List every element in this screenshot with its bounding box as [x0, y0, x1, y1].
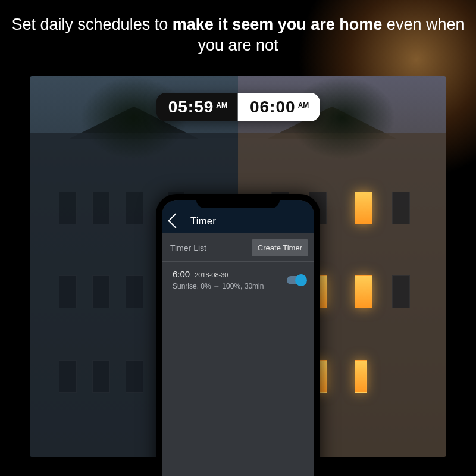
timer-item-time: 6:00: [173, 269, 190, 279]
marketing-headline: Set daily schedules to make it seem you …: [0, 14, 476, 56]
timer-item-time-row: 6:00 2018-08-30: [173, 269, 306, 279]
time-after: 06:00 AM: [238, 93, 320, 121]
phone-notch: [196, 194, 280, 208]
toggle-knob-icon: [295, 274, 307, 286]
timer-item[interactable]: 6:00 2018-08-30 Sunrise, 0% → 100%, 30mi…: [162, 262, 314, 299]
timer-list-header: Timer List Create Timer: [162, 233, 314, 262]
time-before: 05:59 AM: [156, 93, 238, 121]
time-after-period: AM: [298, 101, 309, 109]
timer-toggle[interactable]: [287, 276, 306, 284]
app-title: Timer: [190, 215, 216, 227]
phone-mockup: Timer Timer List Create Timer 6:00 2018-…: [156, 194, 320, 476]
time-before-value: 05:59: [168, 98, 214, 117]
time-comparison-pill: 05:59 AM 06:00 AM: [156, 93, 320, 121]
time-before-period: AM: [216, 101, 227, 109]
headline-part1: Set daily schedules to: [12, 15, 173, 33]
create-timer-button[interactable]: Create Timer: [252, 239, 308, 256]
timer-item-date: 2018-08-30: [195, 271, 228, 278]
time-after-value: 06:00: [250, 98, 296, 117]
headline-bold: make it seem you are home: [173, 15, 383, 33]
back-arrow-icon[interactable]: [168, 213, 183, 228]
timer-list-label: Timer List: [170, 243, 206, 253]
app-screen: Timer Timer List Create Timer 6:00 2018-…: [162, 200, 314, 476]
timer-item-detail: Sunrise, 0% → 100%, 30min: [173, 282, 306, 290]
